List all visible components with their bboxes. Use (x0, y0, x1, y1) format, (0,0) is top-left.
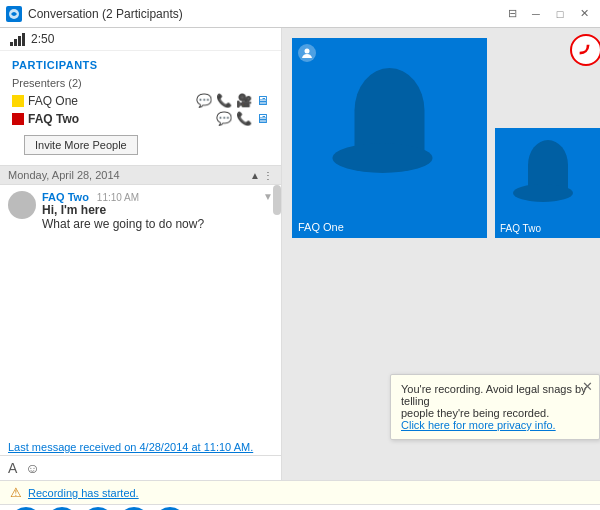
camera-toolbar-button[interactable] (82, 507, 114, 511)
privacy-info-link[interactable]: Click here for more privacy info. (401, 419, 589, 431)
notif-line1: You're recording. Avoid legal snags by t… (401, 383, 589, 407)
scroll-bar[interactable]: ▼ (263, 191, 273, 202)
participant-icons-faqtwo: 💬 📞 🖥 (216, 111, 269, 126)
titlebar-controls: ⊟ ─ □ ✕ (502, 4, 594, 24)
call-time: 2:50 (31, 32, 54, 46)
notification-close-button[interactable]: ✕ (582, 379, 593, 394)
small-avatar (523, 140, 573, 202)
last-message-note[interactable]: Last message received on 4/28/2014 at 11… (0, 439, 281, 455)
participants-header: PARTICIPANTS (12, 59, 269, 71)
participant-row: FAQ Two 💬 📞 🖥 (12, 111, 269, 126)
chat-icon-faqone[interactable]: 💬 (196, 93, 212, 108)
maximize-button[interactable]: □ (550, 4, 570, 24)
notif-line2: people they're being recorded. (401, 407, 589, 419)
participant-icons-faqone: 💬 📞 🎥 🖥 (196, 93, 269, 108)
minimize-button[interactable]: ─ (526, 4, 546, 24)
video-main-tile: FAQ One (292, 38, 487, 238)
bottom-toolbar: ↖ ••• (0, 504, 600, 510)
screen-toolbar-button[interactable] (118, 507, 150, 511)
titlebar-left: Conversation (2 Participants) (6, 6, 183, 22)
signal-bar: 2:50 (0, 28, 281, 51)
participants-section: PARTICIPANTS Presenters (2) FAQ One 💬 📞 … (0, 51, 281, 165)
participant-name-faqtwo: FAQ Two (28, 112, 212, 126)
message-sender: FAQ Two (42, 191, 89, 203)
main-layout: 2:50 PARTICIPANTS Presenters (2) FAQ One… (0, 28, 600, 480)
participant-color-faqtwo (12, 113, 24, 125)
invite-more-people-button[interactable]: Invite More People (24, 135, 138, 155)
chat-input-toolbar: A ☺ (8, 460, 273, 476)
emoji-icon[interactable]: ☺ (25, 460, 39, 476)
screen-icon-faqtwo[interactable]: 🖥 (256, 111, 269, 126)
message-content: FAQ Two 11:10 AM Hi, I'm here What are w… (42, 191, 255, 231)
message-line-1: Hi, I'm here (42, 203, 255, 217)
video-small-tile: FAQ Two (495, 128, 600, 238)
scroll-up-icon[interactable]: ▲ (250, 170, 260, 181)
participant-color-faqone (12, 95, 24, 107)
end-call-button[interactable] (570, 34, 600, 66)
message-meta: FAQ Two 11:10 AM (42, 191, 255, 203)
call-icon-faqtwo[interactable]: 📞 (236, 111, 252, 126)
close-button[interactable]: ✕ (574, 4, 594, 24)
chat-input-area: A ☺ (0, 455, 281, 480)
video-icon-faqone[interactable]: 🎥 (236, 93, 252, 108)
recording-notification: ✕ You're recording. Avoid legal snags by… (390, 374, 600, 440)
chat-toolbar-button[interactable] (10, 507, 42, 511)
recording-started-text[interactable]: Recording has started. (28, 487, 139, 499)
avatar (8, 191, 36, 219)
tile-person-icon (298, 44, 316, 62)
chat-area: Monday, April 28, 2014 ▲ ⋮ FAQ Two 11:10… (0, 165, 281, 480)
chat-messages: FAQ Two 11:10 AM Hi, I'm here What are w… (0, 185, 281, 241)
chat-icon-faqtwo[interactable]: 💬 (216, 111, 232, 126)
mic-toolbar-button[interactable] (46, 507, 78, 511)
font-icon[interactable]: A (8, 460, 17, 476)
window-title: Conversation (2 Participants) (28, 7, 183, 21)
right-panel: FAQ One FAQ Two ✕ You're recording. Avoi… (282, 28, 600, 480)
pin-button[interactable]: ⊟ (502, 4, 522, 24)
participant-row: FAQ One 💬 📞 🎥 🖥 (12, 93, 269, 108)
options-icon[interactable]: ⋮ (263, 170, 273, 181)
app-icon (6, 6, 22, 22)
message-time: 11:10 AM (97, 192, 139, 203)
warning-icon: ⚠ (10, 485, 22, 500)
chat-date-header: Monday, April 28, 2014 ▲ ⋮ (0, 166, 281, 185)
titlebar: Conversation (2 Participants) ⊟ ─ □ ✕ (0, 0, 600, 28)
presenters-label: Presenters (2) (12, 77, 269, 89)
signal-icon (10, 32, 25, 46)
scrollbar[interactable] (273, 185, 281, 215)
main-video-name: FAQ One (298, 221, 344, 233)
chat-message: FAQ Two 11:10 AM Hi, I'm here What are w… (8, 191, 273, 231)
recording-bar: ⚠ Recording has started. (0, 480, 600, 504)
people-toolbar-button[interactable] (154, 507, 186, 511)
participant-name-faqone: FAQ One (28, 94, 192, 108)
svg-point-1 (305, 49, 310, 54)
call-icon-faqone[interactable]: 📞 (216, 93, 232, 108)
main-avatar (347, 68, 432, 173)
small-video-name: FAQ Two (500, 223, 541, 234)
message-line-2: What are we going to do now? (42, 217, 255, 231)
screen-icon-faqone[interactable]: 🖥 (256, 93, 269, 108)
left-panel: 2:50 PARTICIPANTS Presenters (2) FAQ One… (0, 28, 282, 480)
chat-messages-wrap: FAQ Two 11:10 AM Hi, I'm here What are w… (0, 185, 281, 439)
chat-date: Monday, April 28, 2014 (8, 169, 120, 181)
